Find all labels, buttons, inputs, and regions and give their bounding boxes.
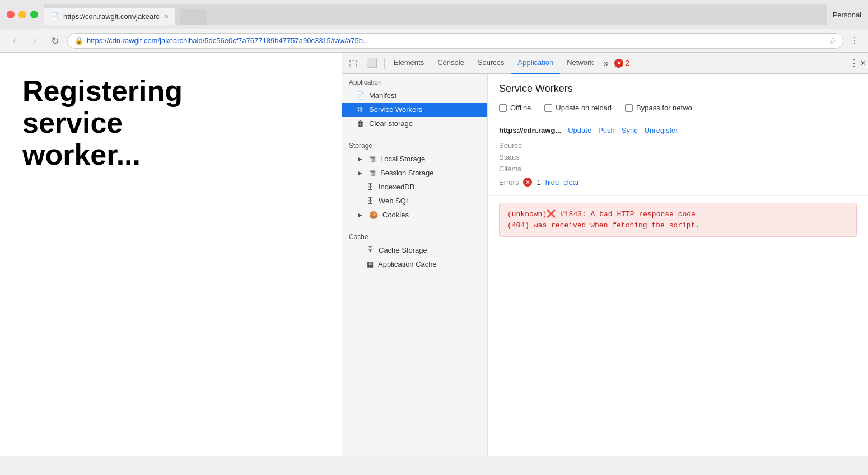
webpage-area: Registering service worker... (0, 53, 342, 456)
sidebar-item-clear-storage[interactable]: 🗑 Clear storage (342, 117, 487, 131)
browser-tab[interactable]: 📄 https://cdn.rawgit.com/jakearc × (44, 8, 175, 25)
application-cache-label: Application Cache (378, 260, 437, 268)
tab-console[interactable]: Console (431, 53, 471, 74)
hide-errors-link[interactable]: hide (545, 178, 559, 187)
errors-row: Errors ✕ 1 hide clear (499, 178, 857, 187)
clear-storage-label: Clear storage (369, 119, 413, 128)
source-value (550, 141, 857, 150)
sidebar-item-application-cache[interactable]: ▦ Application Cache (342, 257, 487, 271)
traffic-light-red[interactable] (7, 11, 15, 18)
profile-label: Personal (833, 11, 861, 19)
source-label: Source (499, 141, 544, 150)
update-on-reload-label: Update on reload (556, 104, 612, 112)
main-panel: Service Workers Offline Update on reload… (488, 74, 868, 456)
inspect-icon[interactable]: ⬜ (362, 58, 382, 68)
service-workers-label: Service Workers (369, 105, 422, 114)
sidebar-divider-1 (342, 131, 487, 137)
bypass-for-network-checkbox[interactable]: Bypass for netwo (625, 104, 692, 112)
error-box: (unknown)❌ #1843: A bad HTTP response co… (499, 203, 857, 237)
bypass-for-network-label: Bypass for netwo (636, 104, 692, 112)
browser-toolbar: ‹ › ↻ 🔒 https://cdn.rawgit.com/jakearchi… (0, 29, 868, 53)
indexeddb-label: IndexedDB (379, 183, 414, 191)
error-count-badge: ✕ (523, 178, 532, 187)
offline-checkbox-box[interactable] (499, 104, 507, 112)
manifest-label: Manifest (369, 91, 396, 100)
expand-session-storage-icon: ▶ (358, 170, 365, 176)
tab-separator (384, 58, 385, 69)
offline-label: Offline (510, 104, 531, 112)
cursor-tool-icon[interactable]: ⬚ (344, 58, 362, 68)
options-row: Offline Update on reload Bypass for netw… (488, 99, 868, 117)
reload-button[interactable]: ↻ (47, 33, 63, 49)
sw-push-link[interactable]: Push (598, 126, 615, 134)
web-sql-icon: 🗄 (367, 197, 374, 205)
devtools-tab-bar: ⬚ ⬜ Elements Console Sources Application… (342, 53, 868, 74)
cache-section-header: Cache (342, 229, 487, 243)
traffic-lights (7, 11, 38, 18)
manifest-icon: 📄 (356, 91, 365, 100)
tab-network[interactable]: Network (560, 53, 600, 74)
devtools-close-button[interactable]: × (861, 58, 866, 68)
traffic-light-yellow[interactable] (18, 11, 26, 18)
error-count-text: 1 (536, 178, 540, 187)
lock-icon: 🔒 (74, 36, 83, 45)
update-on-reload-checkbox[interactable]: Update on reload (544, 104, 612, 112)
sw-url-row: https://cdn.rawg... Update Push Sync Unr… (499, 126, 857, 134)
sidebar-item-cache-storage[interactable]: 🗄 Cache Storage (342, 243, 487, 257)
sw-unregister-link[interactable]: Unregister (645, 126, 678, 134)
sidebar-item-cookies[interactable]: ▶ 🍪 Cookies (342, 208, 487, 222)
url-text: https://cdn.rawgit.com/jakearchibald/5dc… (87, 36, 825, 45)
errors-label: Errors (499, 178, 519, 187)
sidebar-item-session-storage[interactable]: ▶ ▦ Session Storage (342, 166, 487, 180)
sidebar-item-service-workers[interactable]: ⚙ Service Workers (342, 103, 487, 117)
clients-label: Clients (499, 165, 544, 173)
indexeddb-icon: 🗄 (367, 183, 374, 191)
sw-sync-link[interactable]: Sync (622, 126, 638, 134)
tab-favicon-icon: 📄 (50, 12, 59, 20)
error-count-label: 2 (626, 59, 629, 67)
devtools-menu-button[interactable]: ⋮ (850, 58, 858, 68)
tab-application[interactable]: Application (511, 53, 561, 74)
offline-checkbox[interactable]: Offline (499, 104, 531, 112)
cache-storage-icon: 🗄 (367, 246, 374, 254)
traffic-light-green[interactable] (30, 11, 38, 18)
service-workers-icon: ⚙ (356, 105, 365, 114)
clear-errors-link[interactable]: clear (563, 178, 579, 187)
application-cache-icon: ▦ (367, 260, 374, 268)
cache-storage-label: Cache Storage (379, 246, 427, 254)
status-value (550, 153, 857, 161)
sw-update-link[interactable]: Update (568, 126, 591, 134)
tab-sources[interactable]: Sources (471, 53, 511, 74)
sidebar-item-local-storage[interactable]: ▶ ▦ Local Storage (342, 152, 487, 166)
tab-close-button[interactable]: × (164, 12, 169, 21)
sidebar-item-indexeddb[interactable]: 🗄 IndexedDB (342, 180, 487, 194)
application-section-header: Application (342, 74, 487, 89)
error-count-icon: ✕ (614, 59, 623, 68)
tab-elements[interactable]: Elements (387, 53, 431, 74)
storage-section-header: Storage (342, 137, 487, 152)
forward-button[interactable]: › (27, 33, 43, 49)
session-storage-icon: ▦ (369, 169, 376, 177)
devtools-panel: ⬚ ⬜ Elements Console Sources Application… (342, 53, 868, 456)
bookmark-icon[interactable]: ☆ (829, 36, 836, 46)
clear-storage-icon: 🗑 (356, 119, 365, 128)
browser-menu-button[interactable]: ⋮ (848, 35, 861, 46)
sw-url-text: https://cdn.rawg... (499, 126, 561, 134)
sidebar-item-manifest[interactable]: 📄 Manifest (342, 89, 487, 103)
tab-bar: 📄 https://cdn.rawgit.com/jakearc × (44, 4, 827, 25)
sw-entry: https://cdn.rawg... Update Push Sync Unr… (488, 117, 868, 196)
panel-title: Service Workers (488, 74, 868, 99)
address-bar[interactable]: 🔒 https://cdn.rawgit.com/jakearchibald/5… (67, 33, 843, 49)
session-storage-label: Session Storage (380, 169, 433, 177)
local-storage-icon: ▦ (369, 155, 376, 163)
bypass-for-network-checkbox-box[interactable] (625, 104, 633, 112)
back-button[interactable]: ‹ (7, 33, 22, 49)
sidebar: Application 📄 Manifest ⚙ Service Workers… (342, 74, 488, 456)
sidebar-item-web-sql[interactable]: 🗄 Web SQL (342, 194, 487, 208)
update-on-reload-checkbox-box[interactable] (544, 104, 552, 112)
devtools-body: Application 📄 Manifest ⚙ Service Workers… (342, 74, 868, 456)
more-tabs-button[interactable]: » (600, 58, 612, 68)
titlebar: 📄 https://cdn.rawgit.com/jakearc × Perso… (0, 0, 868, 29)
page-content: Registering service worker... ⬚ ⬜ Elemen… (0, 53, 868, 456)
sw-details: Source Status Clients (499, 141, 857, 173)
